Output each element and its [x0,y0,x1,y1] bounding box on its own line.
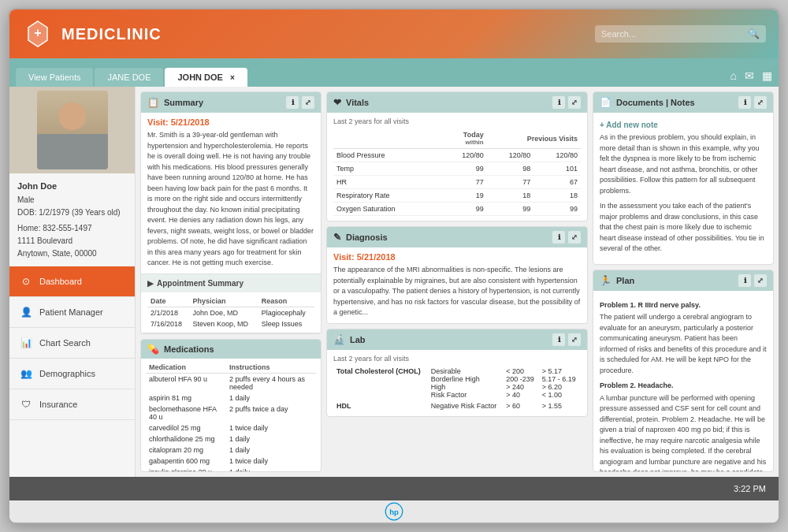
lab-card: 🔬 Lab ℹ ⤢ Last 2 years for all visits To… [326,329,588,417]
vitals-col-prev: Previous Visits [487,128,581,149]
hp-logo-icon: hp [385,502,403,521]
appt-col-physician: Physician [189,296,258,307]
medications-title: Medications [164,344,214,354]
table-row: Temp [333,162,440,176]
insurance-icon: 🛡 [19,397,33,411]
appointment-accordion-header[interactable]: ▶ Appointment Summary [141,274,321,292]
add-note-button[interactable]: + Add new note [600,117,767,132]
documents-expand-btn[interactable]: ⤢ [754,96,767,109]
documents-info-btn[interactable]: ℹ [738,96,751,109]
plan-title: Plan [616,276,634,285]
sidebar-item-demographics[interactable]: 👥 Demographics [9,359,135,389]
diagnosis-icon: ✎ [333,232,341,243]
table-row: 67 [533,176,581,189]
table-row: Plagiocephaly [258,307,314,318]
vitals-expand-btn[interactable]: ⤢ [568,96,581,109]
plan-expand-btn[interactable]: ⤢ [754,274,767,287]
summary-title: Summary [164,98,203,107]
documents-title: Documents | Notes [616,98,695,107]
documents-card: 📄 Documents | Notes ℹ ⤢ + Add new note A… [593,91,774,265]
mail-icon[interactable]: ✉ [745,69,754,82]
documents-icon: 📄 [600,97,611,108]
sidebar-item-patient-manager[interactable]: 👤 Patient Manager [9,297,135,328]
diagnosis-info-btn[interactable]: ℹ [552,231,565,244]
vitals-subtitle: Last 2 years for all visits [333,117,581,125]
diagnosis-card: ✎ Diagnosis ℹ ⤢ Visit: 5/21/2018 The app… [326,226,588,324]
table-row: > 60 [503,400,538,411]
tab-jane-doe[interactable]: JANE DOE [95,68,163,87]
appointment-table: Date Physician Reason 2/1/2018John Doe, … [147,296,314,329]
table-row: 1 daily [226,467,316,472]
patient-info: John Doe Male DOB: 1/2/1979 (39 Years ol… [9,173,135,266]
sidebar-item-dashboard[interactable]: ⊙ Dashboard [9,266,135,297]
accordion-arrow: ▶ [147,279,154,288]
summary-expand-btn[interactable]: ⤢ [302,96,314,109]
calendar-icon[interactable]: ▦ [762,69,772,82]
table-row: 99 [533,203,581,216]
table-row: Total Cholesterol (CHOL) [333,366,428,400]
avatar [37,91,108,169]
header-search[interactable]: 🔍 [595,25,766,43]
documents-text2: In the assessment you take each of the p… [600,201,767,255]
vitals-table: Todaywithin Previous Visits Blood Pressu… [333,128,581,216]
home-icon[interactable]: ⌂ [730,69,737,82]
diagnosis-body: Visit: 5/21/2018 The appearance of the M… [327,247,587,323]
time-display: 3:22 PM [734,484,766,493]
table-row: Negative Risk Factor [428,400,504,411]
table-row: citalopram 20 mg [146,445,226,456]
table-row: 120/80 [487,149,534,162]
summary-text: Mr. Smith is a 39-year-old gentleman wit… [147,130,314,269]
table-row: 120/80 [533,149,581,162]
summary-header-actions: ℹ ⤢ [286,96,314,109]
table-row: < 200200 -239> 240> 40 [503,366,538,400]
hp-logo-bar: hp [9,500,779,523]
summary-info-btn[interactable]: ℹ [286,96,299,109]
medications-body: Medication Instructions albuterol HFA 90… [141,359,321,472]
sidebar-item-insurance[interactable]: 🛡 Insurance [9,389,135,420]
table-row: Respiratory Rate [333,189,440,203]
vitals-card: ❤ Vitals ℹ ⤢ Last 2 years for all visits [326,91,588,221]
lab-table: Total Cholesterol (CHOL)DesirableBorderl… [333,366,581,411]
tab-view-patients[interactable]: View Patients [16,68,93,87]
vitals-col-name [333,128,440,149]
logo-area: + MEDICLINIC [22,18,162,50]
lab-expand-btn[interactable]: ⤢ [568,333,581,346]
plan-body: Problem 1. R IIIrd nerve palsy.The patie… [593,291,773,473]
tab-john-doe[interactable]: JOHN DOE × [165,68,247,87]
vitals-info-btn[interactable]: ℹ [552,96,565,109]
plan-info-btn[interactable]: ℹ [738,274,751,287]
header-search-input[interactable] [601,29,743,39]
sidebar-item-demographics-label: Demographics [39,369,95,378]
plan-card-header: 🏃 Plan ℹ ⤢ [593,270,773,291]
tab-close-icon[interactable]: × [230,73,235,82]
sidebar-item-chart-search[interactable]: 📊 Chart Search [9,328,135,359]
sidebar-item-chart-search-label: Chart Search [39,338,91,348]
table-row: 1 daily [226,445,316,456]
patient-dob: DOB: 1/2/1979 (39 Years old) [17,206,127,219]
table-row: Sleep Issues [258,318,314,329]
table-row: insulin glargine 28 u [146,467,226,472]
table-row: 18 [487,189,534,203]
vitals-header-actions: ℹ ⤢ [552,96,581,109]
med-col-medication: Medication [146,362,226,374]
col-left: 📋 Summary ℹ ⤢ Visit: 5/21/2018 Mr. Smith… [140,91,322,472]
table-row: 120/80 [440,149,487,162]
table-row: HR [333,176,440,189]
table-row: Steven Koop, MD [189,318,258,329]
summary-card-header: 📋 Summary ℹ ⤢ [141,92,321,113]
medical-history-header[interactable]: ▶ Medical History [141,333,321,334]
table-row: albuterol HFA 90 u [146,373,226,392]
medications-card: 💊 Medications Medication Instructions [140,339,322,472]
table-row: 2 puffs every 4 hours as needed [226,373,316,392]
patient-name: John Doe [17,180,127,194]
diagnosis-visit-date: Visit: 5/21/2018 [333,252,581,262]
lab-info-btn[interactable]: ℹ [552,333,565,346]
col-right: 📄 Documents | Notes ℹ ⤢ + Add new note A… [593,91,774,472]
sidebar: John Doe Male DOB: 1/2/1979 (39 Years ol… [9,87,136,477]
appointment-content: Date Physician Reason 2/1/2018John Doe, … [141,292,321,333]
table-row: 2 puffs twice a day [226,404,316,422]
logo-icon: + [22,18,54,50]
medical-history-accordion: ▶ Medical History [141,333,321,334]
dashboard-icon: ⊙ [19,274,33,288]
diagnosis-expand-btn[interactable]: ⤢ [568,231,581,244]
